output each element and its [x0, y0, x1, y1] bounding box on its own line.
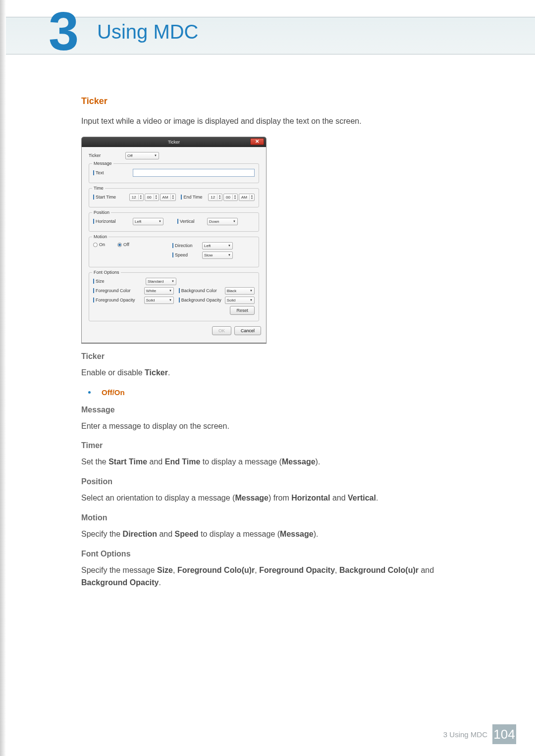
bg-color-value: Black	[227, 289, 237, 293]
desc-position-heading: Position	[81, 477, 438, 486]
horizontal-select[interactable]: Left▼	[133, 218, 163, 225]
bg-opacity-value: Solid	[227, 298, 236, 302]
fg-opacity-select[interactable]: Solid▼	[144, 297, 174, 304]
desc-ticker-bold: Ticker	[145, 368, 168, 377]
m3: and	[157, 530, 175, 538]
dialog-titlebar: Ticker ✕	[82, 137, 266, 147]
end-ampm-stepper[interactable]: AM▲▼	[239, 194, 255, 201]
speed-select[interactable]: Slow▼	[202, 252, 233, 259]
reset-button[interactable]: Reset	[230, 306, 255, 315]
size-value: Standard	[148, 279, 163, 284]
time-legend: Time	[92, 186, 105, 191]
horizontal-label: Horizontal	[93, 219, 130, 224]
option-off: Off	[102, 388, 112, 397]
ticker-select[interactable]: Off ▼	[125, 152, 159, 159]
desc-motion-text: Specify the Direction and Speed to displ…	[81, 528, 438, 541]
end-time-label: End Time	[181, 195, 205, 200]
vertical-label: Vertical	[177, 219, 204, 224]
chevron-down-icon: ▼	[228, 253, 231, 256]
chevron-down-icon: ▼	[169, 289, 172, 292]
text-label: Text	[93, 170, 130, 175]
section-intro: Input text while a video or image is dis…	[81, 115, 438, 128]
f4: Foreground Colo(u)r	[177, 566, 255, 574]
desc-ticker-text: Enable or disable Ticker.	[81, 367, 438, 379]
size-select[interactable]: Standard▼	[146, 278, 176, 285]
end-min-value: 00	[224, 195, 232, 200]
m2: Direction	[123, 530, 157, 538]
message-fieldset: Message Text	[89, 163, 259, 183]
desc-message-heading: Message	[81, 405, 438, 414]
t5: to display a message (	[200, 457, 282, 466]
end-hour-stepper[interactable]: 12▲▼	[208, 194, 222, 201]
vertical-select[interactable]: Down▼	[207, 218, 238, 225]
font-options-fieldset: Font Options Size Standard▼ Foreground C…	[89, 272, 259, 321]
page-number-box: 104	[492, 724, 516, 744]
footer-text: 3 Using MDC	[443, 730, 487, 739]
bg-color-select[interactable]: Black▼	[225, 287, 255, 295]
page-footer: 3 Using MDC 104	[443, 724, 516, 744]
start-hour-stepper[interactable]: 12▲▼	[129, 194, 144, 201]
motion-on-radio[interactable]	[93, 243, 98, 247]
f5: ,	[255, 566, 259, 574]
ok-button[interactable]: OK	[212, 326, 231, 335]
horizontal-value: Left	[135, 219, 141, 224]
desc-ticker-heading: Ticker	[81, 352, 438, 361]
chevron-down-icon: ▼	[159, 220, 161, 223]
chevron-down-icon: ▼	[250, 289, 253, 292]
start-ampm-stepper[interactable]: AM▲▼	[160, 194, 176, 201]
close-icon[interactable]: ✕	[250, 138, 264, 145]
desc-font-text: Specify the message Size, Foreground Col…	[81, 564, 438, 589]
end-ampm-value: AM	[239, 195, 249, 200]
desc-ticker-dot: .	[168, 368, 170, 377]
f10: Background Opacity	[81, 578, 159, 587]
f9: and	[419, 566, 434, 574]
t1: Set the	[81, 457, 108, 466]
direction-select[interactable]: Left▼	[202, 242, 233, 250]
direction-value: Left	[204, 244, 211, 248]
dialog-title: Ticker	[82, 137, 266, 147]
motion-off-radio[interactable]	[117, 243, 122, 247]
chapter-title: Using MDC	[97, 21, 198, 43]
f1: Specify the message	[81, 566, 157, 574]
f6: Foreground Opacity	[259, 566, 335, 574]
start-hour-value: 12	[130, 195, 138, 200]
page-number: 104	[493, 727, 515, 742]
desc-position-text: Select an orientation to display a messa…	[81, 492, 438, 504]
end-min-stepper[interactable]: 00▲▼	[223, 194, 238, 201]
chapter-number-badge: 3	[49, 8, 80, 57]
start-ampm-value: AM	[160, 195, 170, 200]
desc-message-text: Enter a message to display on the screen…	[81, 420, 438, 433]
f11: .	[159, 578, 160, 587]
ticker-label: Ticker	[89, 153, 125, 158]
font-options-legend: Font Options	[92, 270, 121, 275]
p3: ) from	[268, 494, 291, 502]
p6: Vertical	[348, 494, 376, 502]
time-fieldset: Time Start Time 12▲▼ 00▲▼ AM▲▼ End Time …	[89, 188, 259, 207]
desc-timer-text: Set the Start Time and End Time to displ…	[81, 456, 438, 468]
end-hour-value: 12	[209, 195, 217, 200]
bg-opacity-label: Background Opacity	[179, 298, 222, 302]
bg-opacity-select[interactable]: Solid▼	[225, 297, 255, 304]
desc-timer-heading: Timer	[81, 441, 438, 450]
ticker-dialog: Ticker ✕ Ticker Off ▼ Message Text Time	[81, 137, 267, 343]
off-on-options: Off / On	[88, 388, 438, 397]
start-min-stepper[interactable]: 00▲▼	[145, 194, 159, 201]
message-text-input[interactable]	[133, 169, 255, 177]
desc-motion-heading: Motion	[81, 513, 438, 522]
fg-color-label: Foreground Color	[93, 288, 141, 293]
fg-color-select[interactable]: White▼	[144, 287, 174, 295]
t4: End Time	[165, 457, 201, 466]
cancel-button[interactable]: Cancel	[234, 326, 261, 335]
fg-color-value: White	[146, 289, 156, 293]
f7: ,	[335, 566, 339, 574]
m1: Specify the	[81, 530, 123, 538]
header-bar	[6, 17, 535, 54]
speed-value: Slow	[204, 253, 213, 257]
chevron-down-icon: ▼	[233, 220, 236, 223]
start-min-value: 00	[145, 195, 154, 200]
bullet-icon	[88, 391, 91, 394]
chevron-down-icon: ▼	[154, 154, 157, 157]
desc-font-heading: Font Options	[81, 550, 438, 558]
p2: Message	[235, 494, 268, 502]
option-on: On	[114, 388, 125, 397]
